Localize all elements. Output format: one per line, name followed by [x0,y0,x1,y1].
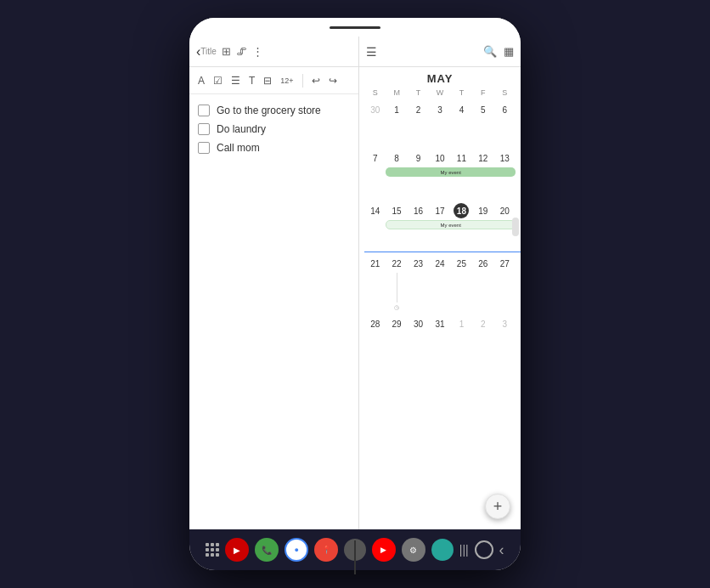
more-options-icon[interactable]: ⋮ [252,45,263,58]
day-cell-25[interactable]: 25 [451,254,472,313]
day-cell-21[interactable]: 21 [364,254,386,313]
day-cell-6[interactable]: 6 [494,100,516,147]
status-bar [189,18,521,37]
day-cell-5[interactable]: 5 [472,100,493,147]
day-cell-23[interactable]: 23 [408,254,429,313]
event-bar-week2[interactable]: My event [386,167,516,177]
event-bar-week3[interactable]: My event [386,220,516,229]
attach-icon[interactable]: 🖇 [236,45,247,58]
toolbar-divider [302,74,303,88]
checkbox-icon[interactable]: ☑ [211,73,224,88]
day-header-sun: S [364,87,386,99]
day-cell-jun3[interactable]: 3 [494,314,516,361]
search-icon[interactable]: 🔍 [483,45,497,58]
notes-content[interactable]: Go to the grocery store Do laundry Call … [189,94,358,529]
checklist-item-1: Go to the grocery store [198,101,350,120]
font-size-label[interactable]: 12+ [279,75,295,87]
day-header-wed: W [429,87,450,99]
checkbox-3[interactable] [198,142,210,154]
checklist-text-3: Call mom [217,142,260,154]
calendar-panel: ☰ 🔍 ▦ MAY S M T W T [359,37,521,529]
day-cell-30[interactable]: 30 [364,100,386,147]
checklist-text-2: Do laundry [217,123,266,135]
day-header-thu: T [451,87,472,99]
bold-icon[interactable]: A [196,73,206,88]
settings-icon[interactable]: ⚙ [402,538,425,562]
day-cell-2[interactable]: 2 [408,100,429,147]
fab-plus-icon: + [493,498,503,516]
day-cell-26[interactable]: 26 [472,254,493,313]
strikethrough-icon[interactable]: ⊟ [262,73,273,88]
maps-icon[interactable]: 📍 [314,538,338,562]
youtube-icon[interactable]: ▶ [225,538,249,562]
day22-line [397,273,397,302]
day-cell-14[interactable]: 14 [364,201,386,252]
event-label-week3: My event [441,223,461,228]
day-cell-27[interactable]: 27 [494,254,516,313]
phone-icon[interactable]: 📞 [255,538,279,562]
day-cell-4[interactable]: 4 [451,100,472,147]
day-cell-31[interactable]: 31 [429,314,450,361]
day-header-mon: M [386,87,407,99]
app-drawer-icon[interactable] [206,543,219,557]
list-icon[interactable]: ☰ [229,73,242,88]
week3-divider [364,252,521,253]
day-cell-jun2[interactable]: 2 [472,314,493,361]
week-row-3: 14 15 16 17 18 19 20 My event [364,201,516,252]
view-toggle-icon[interactable]: ▦ [504,45,514,58]
day-header-fri: F [472,87,493,99]
calendar-header: ☰ 🔍 ▦ [359,37,521,67]
cursor-line [354,540,356,574]
calendar-header-right: 🔍 ▦ [483,45,514,58]
day-cell-28[interactable]: 28 [364,314,386,361]
notes-header: ‹ Title ⊞ 🖇 ⋮ [189,37,358,67]
device-screen: ‹ Title ⊞ 🖇 ⋮ A ☑ ☰ T ⊟ 12+ [189,18,521,570]
notes-header-icons: ⊞ 🖇 ⋮ [222,45,263,58]
back-button-nav[interactable]: ‹ [499,541,504,559]
checkbox-2[interactable] [198,123,210,135]
checkbox-1[interactable] [198,105,210,116]
scroll-handle [512,218,519,236]
play-store-icon[interactable]: ▶ [372,538,396,562]
day-header-tue: T [408,87,429,99]
week-row-2: 7 8 9 10 11 12 13 My event [364,149,516,200]
calendar-grid: S M T W T F S 30 1 2 3 4 [359,87,521,529]
day22-clock-icon: ◷ [394,304,399,311]
recents-button[interactable]: ||| [459,543,469,557]
day-cell-7[interactable]: 7 [364,149,386,200]
hamburger-icon[interactable]: ☰ [366,45,377,59]
week-row-4: 21 22 ◷ 23 24 25 26 27 [364,254,516,313]
redo-icon[interactable]: ↪ [327,73,339,88]
event-label-week2: My event [441,170,461,175]
home-button[interactable] [475,540,493,559]
split-view: ‹ Title ⊞ 🖇 ⋮ A ☑ ☰ T ⊟ 12+ [189,37,521,529]
day-headers-row: S M T W T F S [364,87,516,99]
day-cell-30b[interactable]: 30 [408,314,429,361]
text-icon[interactable]: T [247,73,256,88]
day-cell-22[interactable]: 22 ◷ [386,254,407,313]
fab-button[interactable]: + [485,494,510,519]
day-header-sat: S [494,87,516,99]
device-frame: ‹ Title ⊞ 🖇 ⋮ A ☑ ☰ T ⊟ 12+ [189,18,521,570]
app8-icon[interactable] [431,539,454,561]
day-cell-29[interactable]: 29 [386,314,407,361]
month-title: MAY [359,67,521,87]
checklist-item-2: Do laundry [198,120,350,139]
checklist-text-1: Go to the grocery store [217,105,321,116]
day-cell-1[interactable]: 1 [386,100,407,147]
day-cell-24[interactable]: 24 [429,254,450,313]
undo-icon[interactable]: ↩ [310,73,322,88]
week-row-1: 30 1 2 3 4 5 6 [364,100,516,147]
week-row-5: 28 29 30 31 1 2 3 [364,314,516,361]
day-cell-3[interactable]: 3 [429,100,450,147]
back-button[interactable]: ‹ Title [196,44,217,59]
checklist-item-3: Call mom [198,139,350,157]
notes-panel: ‹ Title ⊞ 🖇 ⋮ A ☑ ☰ T ⊟ 12+ [189,37,359,529]
split-view-icon[interactable]: ⊞ [222,45,231,58]
status-bar-indicator [330,26,380,29]
notes-toolbar: A ☑ ☰ T ⊟ 12+ ↩ ↪ [189,67,358,94]
day-cell-jun1[interactable]: 1 [451,314,472,361]
chrome-icon[interactable]: ● [285,538,308,562]
